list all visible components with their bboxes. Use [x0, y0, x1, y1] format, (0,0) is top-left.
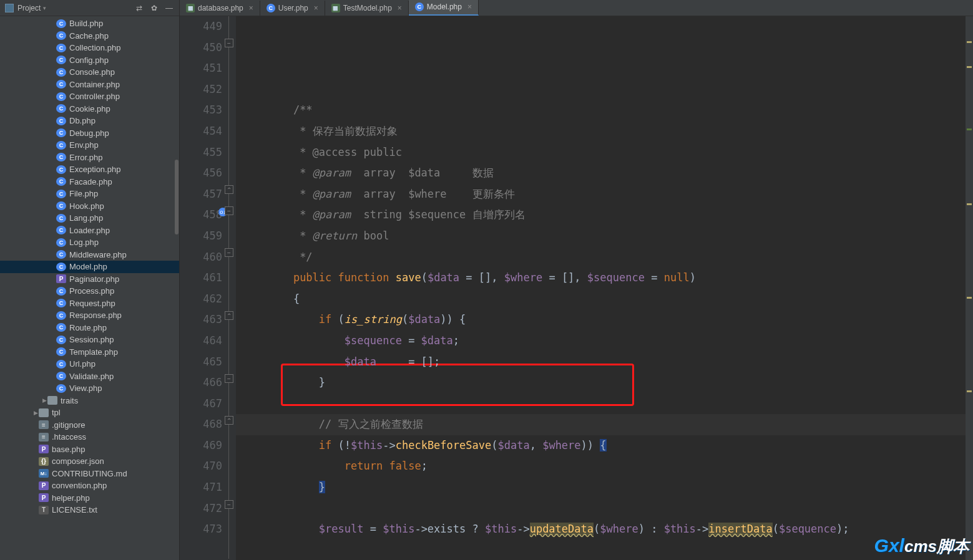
file-icon: C [56, 165, 66, 174]
file-icon: C [56, 347, 66, 356]
tree-item-lang-php[interactable]: CLang.php [0, 212, 179, 224]
file-label: Collection.php [69, 43, 120, 52]
tree-item-base-php[interactable]: Pbase.php [0, 443, 179, 456]
tree-item-process-php[interactable]: CProcess.php [0, 285, 179, 297]
fold-toggle[interactable]: − [225, 374, 233, 383]
fold-toggle[interactable]: ⌃ [225, 185, 233, 194]
file-label: Log.php [69, 238, 99, 247]
fold-toggle[interactable]: − [225, 39, 233, 47]
editor[interactable]: 449 450 451 452 453 454 455 456 457 458 … [180, 16, 973, 560]
tab-icon: ▦ [186, 4, 195, 12]
tab-icon: C [415, 2, 424, 11]
sidebar-title: Project [17, 4, 41, 12]
close-icon[interactable]: × [249, 4, 253, 12]
tree-item-traits[interactable]: ▶traits [0, 395, 179, 407]
tree-item-request-php[interactable]: CRequest.php [0, 297, 179, 310]
tree-item-file-php[interactable]: CFile.php [0, 188, 179, 200]
tree-item-config-php[interactable]: CConfig.php [0, 54, 179, 67]
tree-item-exception-php[interactable]: CException.php [0, 163, 179, 176]
file-icon: C [56, 31, 66, 40]
tree-item-composer-json[interactable]: {}composer.json [0, 455, 179, 468]
file-icon: C [56, 141, 66, 150]
tree-item-validate-php[interactable]: CValidate.php [0, 370, 179, 383]
tree-item-helper-php[interactable]: Phelper.php [0, 492, 179, 504]
tree-item-license-txt[interactable]: TLICENSE.txt [0, 504, 179, 516]
fold-toggle[interactable]: − [225, 206, 233, 215]
tree-item-url-php[interactable]: CUrl.php [0, 358, 179, 370]
file-tree[interactable]: CBuild.phpCCache.phpCCollection.phpCConf… [0, 16, 179, 560]
tree-item-debug-php[interactable]: CDebug.php [0, 127, 179, 140]
tree-item-template-php[interactable]: CTemplate.php [0, 346, 179, 359]
expand-arrow-icon[interactable]: ▶ [32, 410, 39, 416]
tree-item-build-php[interactable]: CBuild.php [0, 17, 179, 30]
file-label: Cache.php [69, 31, 109, 41]
tree-item--htaccess[interactable]: ≡.htaccess [0, 431, 179, 443]
close-icon[interactable]: × [398, 4, 402, 12]
file-label: Request.php [69, 299, 115, 308]
file-icon: ≡ [39, 433, 49, 442]
tree-item-collection-php[interactable]: CCollection.php [0, 42, 179, 54]
tree-item-model-php[interactable]: CModel.php [0, 261, 179, 273]
tree-item-convention-php[interactable]: Pconvention.php [0, 480, 179, 492]
file-icon: C [56, 372, 66, 380]
file-icon: C [56, 117, 66, 125]
close-icon[interactable]: × [467, 2, 472, 11]
file-label: Loader.php [69, 226, 110, 235]
tree-item-cache-php[interactable]: CCache.php [0, 30, 179, 42]
hide-icon[interactable]: — [164, 3, 174, 13]
file-icon: C [56, 299, 66, 307]
tab-testmodel-php[interactable]: ▦TestModel.php× [325, 1, 409, 16]
file-label: File.php [69, 189, 98, 198]
tree-item-db-php[interactable]: CDb.php [0, 115, 179, 127]
expand-arrow-icon[interactable]: ▶ [41, 397, 47, 403]
tree-item-controller-php[interactable]: CController.php [0, 90, 179, 103]
collapse-icon[interactable]: ⇄ [134, 3, 144, 13]
tab-database-php[interactable]: ▦database.php× [180, 1, 260, 16]
scrollbar-thumb[interactable] [175, 160, 178, 234]
fold-toggle[interactable]: ⌃ [225, 416, 233, 425]
tree-item-cookie-php[interactable]: CCookie.php [0, 103, 179, 115]
tree-item-console-php[interactable]: CConsole.php [0, 66, 179, 79]
file-icon: C [56, 92, 66, 101]
fold-toggle[interactable]: − [225, 500, 233, 509]
file-label: CONTRIBUTING.md [52, 469, 127, 478]
tree-item-hook-php[interactable]: CHook.php [0, 200, 179, 213]
file-label: Template.php [69, 347, 118, 357]
file-label: View.php [69, 384, 102, 393]
file-icon: C [56, 201, 66, 210]
file-icon: P [56, 274, 66, 283]
file-icon: C [56, 153, 66, 162]
tree-item-loader-php[interactable]: CLoader.php [0, 224, 179, 237]
tree-item-session-php[interactable]: CSession.php [0, 334, 179, 346]
fold-toggle[interactable]: − [225, 248, 233, 257]
tree-item-env-php[interactable]: CEnv.php [0, 139, 179, 152]
tree-item-middleware-php[interactable]: CMiddleware.php [0, 249, 179, 261]
tree-item-route-php[interactable]: CRoute.php [0, 322, 179, 334]
tree-item-facade-php[interactable]: CFacade.php [0, 176, 179, 188]
tree-item-error-php[interactable]: CError.php [0, 152, 179, 164]
tree-item-contributing-md[interactable]: M↓CONTRIBUTING.md [0, 468, 179, 480]
fold-toggle[interactable]: ⌃ [225, 311, 233, 320]
tab-user-php[interactable]: CUser.php× [260, 1, 325, 16]
close-icon[interactable]: × [314, 4, 318, 12]
file-label: Facade.php [69, 177, 112, 186]
tree-item-container-php[interactable]: CContainer.php [0, 79, 179, 91]
tree-item-response-php[interactable]: CResponse.php [0, 309, 179, 322]
tree-item-paginator-php[interactable]: PPaginator.php [0, 273, 179, 286]
tab-label: Model.php [427, 2, 462, 11]
file-icon: C [56, 360, 66, 369]
tree-item-log-php[interactable]: CLog.php [0, 236, 179, 249]
file-icon: C [56, 263, 66, 271]
dropdown-icon[interactable]: ▾ [43, 5, 46, 11]
gear-icon[interactable]: ✿ [149, 3, 159, 13]
tree-item-tpl[interactable]: ▶tpl [0, 407, 179, 419]
editor-tabs: ▦database.php×CUser.php×▦TestModel.php×C… [180, 0, 973, 16]
file-label: Route.php [69, 323, 107, 332]
file-label: composer.json [52, 456, 104, 466]
code-area[interactable]: /** * 保存当前数据对象 * @access public * @param… [236, 16, 973, 560]
file-icon: ≡ [39, 420, 49, 429]
file-label: Error.php [69, 153, 102, 162]
tab-model-php[interactable]: CModel.php× [409, 0, 479, 16]
tree-item--gitignore[interactable]: ≡.gitignore [0, 419, 179, 432]
tree-item-view-php[interactable]: CView.php [0, 382, 179, 395]
